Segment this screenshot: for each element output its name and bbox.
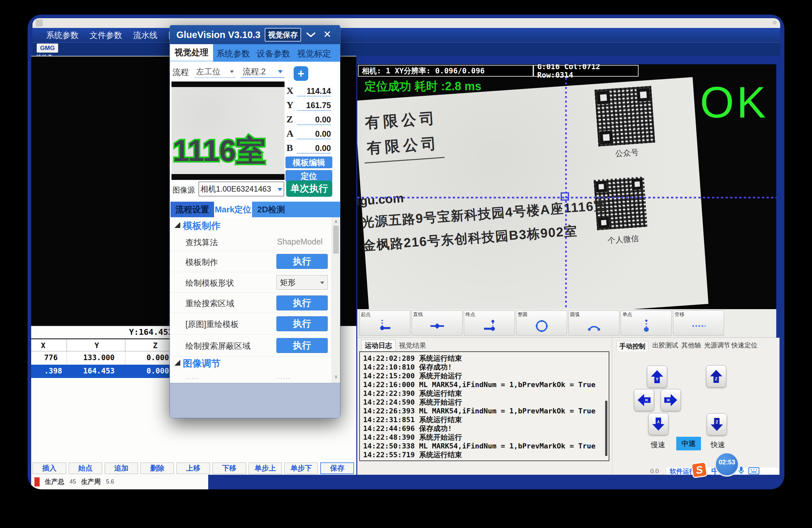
tab-vision-process[interactable]: 视觉处理	[170, 44, 213, 62]
status-badge[interactable]: GMG	[37, 44, 58, 53]
log-output[interactable]: 14:22:02:289 系统运行结束 14:22:10:810 保存成功! 1…	[359, 351, 609, 461]
arrow-down-icon: Y	[651, 417, 666, 431]
menu-item-system[interactable]: 系统参数	[46, 30, 78, 41]
caret-down-icon	[230, 71, 234, 75]
flow-select[interactable]: 流程.2	[241, 65, 285, 78]
gluevision-titlebar[interactable]: GlueVision V3.10.3 视觉保存 ✕	[170, 25, 340, 44]
tool-single-point[interactable]: 单点	[621, 310, 672, 336]
crosshair-center-marker	[561, 192, 569, 201]
mask-area-exec-button[interactable]: 执行	[276, 338, 328, 353]
template-shape-select[interactable]: 矩形	[276, 275, 328, 290]
move-up-button[interactable]: 上移	[176, 463, 210, 474]
find-algorithm-value[interactable]: ShapeModel	[277, 237, 322, 247]
vision-save-button[interactable]: 视觉保存	[265, 28, 301, 42]
gluevision-tabs: 视觉处理 系统参数 设备参数 视觉标定	[170, 44, 340, 62]
grid-scrollbar[interactable]: ∧ ∨	[332, 217, 340, 383]
log-line: 14:22:24:590 系统开始运行	[363, 398, 606, 407]
jog-x-plus-button[interactable]: X	[661, 389, 681, 411]
tab-vision-calib[interactable]: 视觉标定	[297, 48, 331, 59]
template-make-exec-button[interactable]: 执行	[276, 254, 328, 269]
path-toolbar: 起点 直线 终点 整圆 圆弧 单点 空移	[357, 309, 776, 338]
close-icon[interactable]: ✕	[323, 29, 331, 40]
tab-other-axes[interactable]: 其他轴	[681, 341, 701, 350]
speed-slow-button[interactable]: 慢速	[651, 440, 665, 450]
template-preview[interactable]: 1116室	[172, 82, 285, 180]
tab-motion-log[interactable]: 运动日志	[361, 340, 396, 351]
axis-b-value[interactable]: 0.00	[297, 144, 331, 153]
tab-quick-locate[interactable]: 快速定位	[731, 341, 757, 350]
log-line: 14:22:48:390 系统开始运行	[363, 433, 606, 442]
microphone-icon[interactable]	[738, 466, 744, 475]
tool-circle[interactable]: 整圆	[516, 310, 567, 336]
paper-site: igu.com	[357, 191, 404, 208]
tool-arc[interactable]: 圆弧	[568, 310, 619, 336]
titlebar-dot-icon	[773, 21, 776, 24]
subtab-2d-detect[interactable]: 2D检测	[252, 202, 340, 217]
tool-start-point[interactable]: 起点	[359, 310, 410, 336]
template-edit-button[interactable]: 模板编辑	[286, 157, 332, 168]
chevron-down-icon[interactable]	[306, 32, 316, 38]
subtab-flow-settings[interactable]: 流程设置	[171, 202, 214, 217]
subtab-mark-locate[interactable]: Mark定位	[214, 202, 252, 217]
titlebar[interactable]	[32, 18, 780, 28]
jog-y-minus-button[interactable]: Y	[648, 413, 668, 435]
col-header-y: Y	[95, 341, 99, 350]
tab-vision-result[interactable]: 视觉结果	[399, 341, 426, 350]
origin-redraw-exec-button[interactable]: 执行	[276, 316, 328, 331]
axis-a-value[interactable]: 0.00	[297, 129, 331, 139]
add-flow-button[interactable]: +	[294, 66, 308, 81]
scrollbar-thumb[interactable]	[333, 226, 339, 254]
locate-button[interactable]: 定位	[286, 170, 332, 182]
log-scrollbar[interactable]	[605, 401, 607, 456]
result-ok-text: OK	[700, 77, 768, 128]
tool-end-point[interactable]: 终点	[464, 310, 515, 336]
tab-device-params[interactable]: 设备参数	[257, 48, 290, 59]
menu-item-file[interactable]: 文件参数	[90, 30, 122, 41]
gluevision-window[interactable]: GlueVision V3.10.3 视觉保存 ✕ 视觉处理 系统参数 设备参数…	[170, 25, 340, 418]
speed-medium-button[interactable]: 中速	[676, 437, 701, 450]
paper-underline	[364, 157, 445, 163]
axis-x-value[interactable]: 114.14	[297, 86, 331, 97]
station-select[interactable]: 左工位	[194, 65, 236, 78]
tab-glue-test[interactable]: 出胶测试	[652, 341, 678, 350]
append-button[interactable]: 追加	[105, 463, 139, 474]
toolbar-strip	[32, 42, 780, 56]
tab-light-adjust[interactable]: 光源调节	[704, 341, 730, 350]
step-down-button[interactable]: 单步下	[284, 463, 318, 474]
menu-item-line[interactable]: 流水线	[133, 30, 158, 41]
jog-z-minus-button[interactable]: Z	[707, 413, 727, 436]
keyboard-icon[interactable]	[748, 467, 759, 474]
log-line: 14:22:22:390 系统运行结束	[363, 389, 606, 398]
tab-manual-control[interactable]: 手动控制	[617, 341, 648, 351]
image-source-label: 图像源	[173, 185, 195, 195]
delete-button[interactable]: 删除	[140, 463, 174, 474]
jog-z-plus-button[interactable]: Z	[706, 365, 726, 387]
jog-y-plus-button[interactable]: Y	[647, 366, 667, 388]
tool-idle-move[interactable]: 空移	[673, 310, 724, 336]
axis-y-value[interactable]: 161.75	[297, 101, 331, 111]
speed-fast-button[interactable]: 快速	[711, 440, 725, 450]
main-camera-view[interactable]: 有限公司 有限公司 公众号 个人微信 igu.com 光源五路9号宝新科技园4号…	[357, 64, 776, 309]
section-expander-icon[interactable]	[174, 360, 180, 366]
run-once-button[interactable]: 单次执行	[286, 180, 332, 197]
axis-z-value[interactable]: 0.00	[297, 115, 331, 125]
section-image-adjust[interactable]: 图像调节	[183, 357, 220, 370]
image-source-select[interactable]: 相机1.00E63241463	[199, 181, 284, 196]
tab-system-params[interactable]: 系统参数	[216, 48, 250, 59]
tool-line[interactable]: 直线	[411, 310, 463, 336]
save-button[interactable]: 保存	[320, 463, 354, 474]
insert-button[interactable]: 插入	[32, 463, 66, 474]
step-up-button[interactable]: 单步上	[248, 463, 282, 474]
jog-x-minus-button[interactable]: X	[634, 389, 654, 411]
camera-info-right: G:016 Col:0712 Row:0314	[533, 65, 639, 77]
paper-company-line1: 有限公司	[364, 108, 438, 133]
move-down-button[interactable]: 下移	[213, 463, 246, 474]
floating-clock[interactable]: 02:53	[714, 452, 739, 477]
section-expander-icon[interactable]	[174, 222, 180, 228]
row-template-shape: 绘制模板形状 矩形	[170, 272, 332, 293]
sogou-icon[interactable]: S	[691, 461, 708, 478]
axis-b-row: B0.00	[285, 141, 332, 155]
section-template-make[interactable]: 模板制作	[183, 220, 220, 233]
start-point-button[interactable]: 始点	[69, 463, 102, 474]
redraw-search-exec-button[interactable]: 执行	[276, 295, 328, 310]
